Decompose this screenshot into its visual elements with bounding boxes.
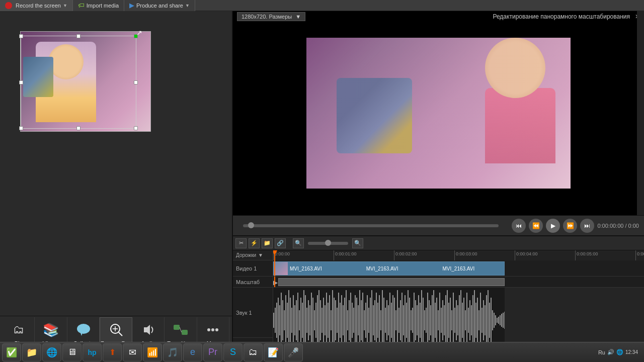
zoom-in-button[interactable]: 🔍 (352, 238, 363, 248)
tracks-label: Дорожки (236, 252, 256, 258)
svg-rect-18 (279, 305, 280, 335)
svg-rect-33 (302, 303, 303, 338)
lang-indicator[interactable]: Ru (598, 349, 605, 355)
taskbar-mail[interactable]: ✉ (123, 343, 142, 361)
svg-rect-37 (308, 300, 309, 340)
resolution-selector[interactable]: 644x362. Размеры ▼ (237, 12, 305, 21)
record-screen-button[interactable]: Record the screen ▼ (0, 0, 73, 11)
right-scrollbar[interactable] (637, 11, 644, 215)
svg-rect-43 (317, 295, 318, 345)
more-icon (204, 321, 222, 339)
svg-rect-134 (454, 308, 455, 333)
track-labels: Дорожки ▼ Видео 1 Масштаб Звук 1 (233, 250, 273, 351)
handle-mr[interactable] (134, 80, 138, 84)
svg-rect-132 (451, 310, 452, 330)
record-dropdown: ▼ (63, 3, 67, 8)
fast-forward-button[interactable]: ⏩ (563, 219, 577, 233)
import-media-button[interactable]: 🏷 Import media (73, 0, 124, 11)
tracks-dropdown[interactable]: ▼ (258, 252, 263, 258)
produce-label: Produce and share (136, 3, 183, 9)
svg-rect-70 (358, 305, 359, 335)
taskbar-premiere[interactable]: Pr (203, 343, 222, 361)
taskbar-hp[interactable]: hp (83, 343, 102, 361)
svg-rect-14 (273, 313, 274, 328)
main-area: ↗ 🗂 Bin 📚 Library (0, 11, 644, 351)
split-button[interactable]: ⚡ (249, 238, 260, 248)
scale-clip[interactable] (278, 278, 505, 286)
svg-rect-23 (287, 303, 288, 338)
left-panel: ↗ 🗂 Bin 📚 Library (0, 11, 233, 351)
audio-track-label: Звук 1 (233, 288, 273, 338)
network-icon[interactable]: 🌐 (616, 349, 623, 355)
svg-rect-140 (463, 298, 464, 343)
handle-bc[interactable] (76, 126, 80, 130)
svg-rect-49 (326, 293, 327, 348)
svg-rect-138 (460, 290, 461, 350)
svg-rect-148 (475, 303, 476, 338)
playback-track[interactable] (243, 224, 499, 227)
ruler-2: 0:00:02:00 (394, 250, 417, 260)
folder-button[interactable]: 📁 (262, 238, 273, 248)
zoom-slider[interactable] (308, 242, 348, 245)
handle-ml[interactable] (19, 80, 23, 84)
svg-rect-28 (294, 305, 295, 335)
handle-br[interactable] (134, 126, 138, 130)
svg-rect-76 (367, 295, 368, 345)
svg-rect-153 (483, 300, 484, 340)
sound-icon[interactable]: 🔊 (607, 349, 614, 355)
cut-button[interactable]: ✂ (235, 238, 247, 248)
taskbar-app1[interactable]: ✅ (2, 343, 21, 361)
zoom-pan-icon (107, 321, 125, 339)
taskbar-folder2[interactable]: 🗂 (244, 343, 263, 361)
taskbar-browser[interactable]: 🌐 (42, 343, 61, 361)
svg-rect-118 (430, 305, 431, 335)
taskbar-sound-device[interactable]: 🎤 (284, 343, 303, 361)
svg-rect-157 (489, 303, 490, 338)
svg-rect-31 (299, 310, 300, 330)
taskbar-folder[interactable]: 📁 (22, 343, 41, 361)
scale-track-content[interactable]: ▶ (273, 277, 644, 288)
handle-bl[interactable] (19, 126, 23, 130)
handle-tr[interactable]: ↗ (134, 34, 138, 38)
taskbar-music[interactable]: 🎵 (163, 343, 182, 361)
play-pause-button[interactable]: ▶ (546, 219, 560, 233)
svg-rect-25 (290, 298, 291, 343)
video-clip-1[interactable]: MVI_2163.AVI MVI_2163.AVI MVI_2163.AVI (273, 261, 505, 276)
svg-rect-42 (315, 303, 316, 338)
handle-tc[interactable] (76, 34, 80, 38)
right-child-head (485, 38, 545, 98)
skip-to-start-button[interactable]: ⏮ (512, 219, 526, 233)
taskbar-display[interactable]: 🖥 (62, 343, 82, 361)
svg-line-9 (180, 327, 182, 332)
produce-share-button[interactable]: ▶ Produce and share ▼ (124, 0, 195, 11)
video-track-label: Видео 1 (233, 260, 273, 277)
taskbar-ie[interactable]: e (183, 343, 202, 361)
svg-rect-75 (365, 303, 366, 338)
svg-rect-7 (174, 325, 180, 330)
panzoom-box[interactable]: ↗ (21, 36, 136, 129)
link-button[interactable]: 🔗 (275, 238, 286, 248)
taskbar-sticky[interactable]: 📝 (264, 343, 283, 361)
svg-rect-41 (314, 310, 315, 330)
taskbar-wifi[interactable]: 📶 (143, 343, 162, 361)
svg-rect-63 (347, 310, 348, 330)
taskbar-skype[interactable]: S (223, 343, 243, 361)
svg-rect-58 (340, 303, 341, 338)
svg-rect-151 (480, 293, 481, 348)
svg-rect-88 (385, 308, 386, 333)
svg-rect-139 (462, 303, 463, 338)
handle-tl[interactable] (19, 34, 23, 38)
svg-rect-143 (468, 308, 469, 333)
skip-to-end-button[interactable]: ⏭ (580, 219, 594, 233)
svg-rect-45 (320, 300, 321, 340)
svg-rect-101 (405, 295, 406, 345)
produce-dropdown: ▼ (185, 3, 190, 8)
svg-rect-167 (504, 312, 505, 329)
rewind-button[interactable]: ⏪ (529, 219, 543, 233)
svg-rect-155 (486, 295, 487, 345)
svg-rect-150 (478, 310, 479, 330)
taskbar-filezilla[interactable]: ⬆ (103, 343, 122, 361)
zoom-out-button[interactable]: 🔍 (293, 238, 304, 248)
video-track-content[interactable]: MVI_2163.AVI MVI_2163.AVI MVI_2163.AVI (273, 260, 644, 277)
ruler-1: 0:00:01:00 (334, 250, 357, 260)
